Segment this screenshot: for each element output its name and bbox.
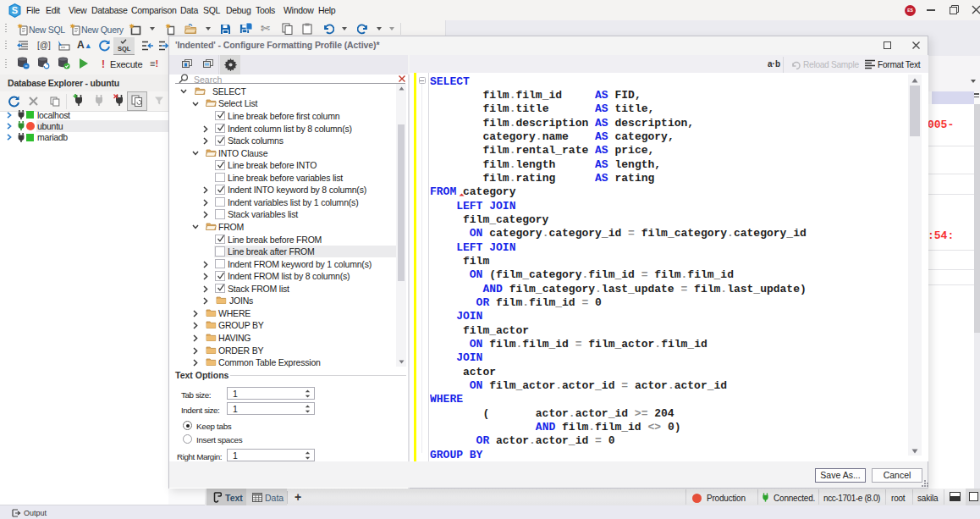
svg-text:S: S [12, 5, 18, 15]
